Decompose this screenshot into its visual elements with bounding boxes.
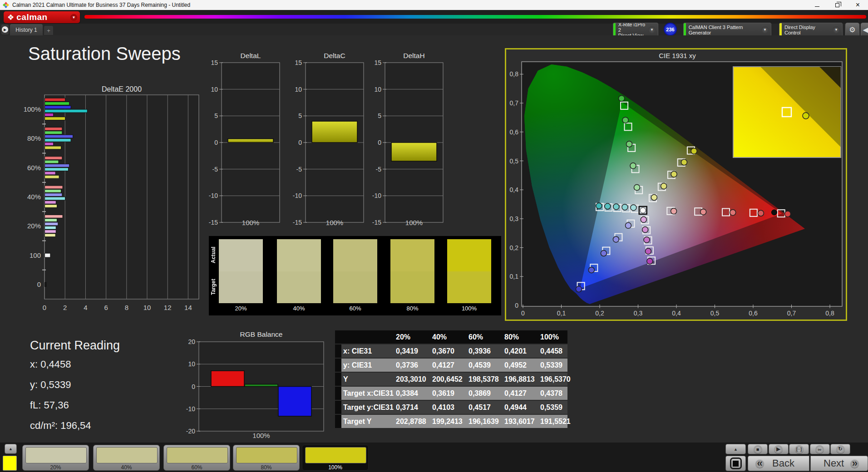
bar-red	[45, 186, 63, 189]
pattern-swatch	[305, 447, 366, 463]
chevron-down-icon: ▼	[648, 26, 656, 34]
table-row: y: CIE310,37360,41270,45390,49520,5339	[335, 359, 567, 372]
blank-pattern-button[interactable]	[725, 456, 746, 471]
pattern-button-60%[interactable]: 60%	[163, 445, 230, 471]
measured-point-blue	[576, 286, 582, 292]
measured-point-yellow	[661, 183, 667, 189]
measured-point-green	[619, 95, 625, 101]
table-cell: 196,1639	[467, 415, 503, 428]
chevron-up-icon: ▲	[9, 447, 13, 451]
tick-label: -10	[293, 192, 302, 199]
table-cell: 191,5521	[538, 415, 567, 428]
category-label: 40%	[27, 193, 41, 201]
tick-label: 0	[378, 139, 381, 146]
measured-point-green	[626, 141, 632, 147]
current-reading-title: Current Reading	[30, 339, 120, 353]
row-label: Target Y	[341, 415, 394, 428]
chevron-left-icon: ◀	[863, 25, 868, 34]
loop-icon: ∞	[815, 445, 824, 453]
pattern-panel-expand-button[interactable]: ▲	[5, 444, 17, 454]
app-bar: ❖ calman ▼	[0, 10, 868, 24]
rainbow-accent-strip	[84, 15, 866, 19]
row-gutter	[335, 387, 341, 400]
device-dropdown-3[interactable]: Direct Display Control▼	[779, 23, 843, 37]
measured-point-cyan	[596, 203, 602, 209]
play-icon: ▶	[2, 26, 8, 33]
chart-title: DeltaL	[241, 52, 261, 59]
pattern-button-100%[interactable]: 100%	[302, 445, 369, 471]
next-button[interactable]: Next »	[810, 456, 868, 471]
back-label: Back	[772, 457, 794, 469]
chevron-up-icon: ▲	[734, 447, 738, 452]
close-icon[interactable]: ×	[848, 0, 868, 10]
tick-label: -15	[293, 219, 302, 226]
stop-button[interactable]: ■	[748, 444, 768, 454]
play-button[interactable]: ▶	[769, 444, 789, 454]
loop-button[interactable]: ∞	[810, 444, 830, 454]
target-swatch	[219, 271, 263, 304]
pattern-label: 100%	[302, 464, 368, 471]
table-cell: 199,2413	[430, 415, 467, 428]
cie-1931-panel[interactable]: CIE 1931 xy00,10,10,20,20,30,30,40,40,50…	[505, 48, 847, 321]
bar-red	[45, 98, 65, 101]
tab-history-1[interactable]: History 1	[10, 24, 43, 35]
pattern-swatch	[96, 447, 158, 463]
tick-label: 0	[515, 302, 518, 309]
device-dropdown-2[interactable]: CalMAN Client 3 Pattern Generator▼	[683, 23, 771, 37]
calman-menu-button[interactable]: ❖ calman ▼	[4, 11, 80, 23]
play-icon: ▶	[774, 445, 783, 453]
table-header-label	[341, 330, 394, 344]
tick-label: 10	[143, 304, 151, 311]
deltah-chart: DeltaH151050-5-10-15100%	[360, 51, 468, 232]
pattern-button-80%[interactable]: 80%	[233, 445, 300, 471]
row-label: Target y:CIE31	[341, 401, 394, 414]
refresh-button[interactable]: ↻	[830, 444, 850, 454]
swatch-cell-40%	[277, 239, 321, 303]
bar-blue	[45, 135, 73, 138]
pattern-button-40%[interactable]: 40%	[93, 445, 160, 471]
device-label: CalMAN Client 3 Pattern Generator	[686, 25, 761, 35]
table-cell: 0,4458	[538, 344, 567, 358]
tick-label: 10	[188, 360, 195, 368]
tick-label: 0,2	[510, 244, 519, 251]
actual-swatch	[447, 239, 491, 271]
meter-count-badge[interactable]: 236	[664, 23, 677, 36]
pattern-button-20%[interactable]: 20%	[22, 445, 89, 471]
row-label: Y	[341, 373, 394, 386]
tick-label: 10	[211, 86, 218, 93]
table-cell: 0,3869	[467, 387, 503, 400]
row-gutter	[335, 359, 341, 372]
settings-button[interactable]: ⚙	[845, 23, 859, 37]
back-button[interactable]: « Back	[748, 456, 809, 471]
tick-label: 0	[192, 383, 195, 390]
table-header-row: 20%40%60%80%100%	[335, 330, 567, 344]
swatch-column-label: 40%	[277, 305, 321, 312]
category-label: 20%	[27, 222, 41, 230]
measured-point-blue	[588, 267, 594, 273]
bar-cyan	[45, 226, 56, 229]
current-reading-line: cd/m²: 196,54	[30, 420, 91, 432]
actual-swatch	[333, 239, 377, 271]
actual-row-label: Actual	[210, 239, 217, 271]
device-dropdown-1[interactable]: X-Rite i1Pro 2 Direct View▼	[613, 23, 658, 37]
saturation-swatch-panel: ActualTarget20%40%60%80%100%	[209, 236, 501, 315]
swatch-column-label: 80%	[390, 305, 434, 312]
bar-cyan	[45, 138, 71, 142]
add-tab-button[interactable]: +	[44, 26, 53, 35]
transport-panel-expand-button[interactable]: ▲	[725, 444, 746, 454]
row-label: x: CIE31	[341, 344, 394, 358]
bar-red	[211, 371, 244, 386]
tab-scroll-button[interactable]: ▶	[1, 25, 9, 34]
tick-label: 14	[184, 304, 192, 311]
swatch-cell-20%	[219, 239, 263, 303]
calman-app-icon	[3, 2, 9, 8]
table-cell: 0,5339	[538, 359, 567, 372]
measured-point-magenta	[645, 248, 651, 254]
restore-icon[interactable]	[827, 0, 848, 10]
tick-label: 0,5	[710, 310, 720, 317]
collapse-panel-button[interactable]: ◀	[861, 23, 868, 37]
measurement-table: 20%40%60%80%100%x: CIE310,34190,36700,39…	[335, 330, 567, 429]
series-button[interactable]: [··]	[789, 444, 809, 454]
bar	[228, 139, 273, 143]
minimize-icon[interactable]	[807, 0, 827, 10]
